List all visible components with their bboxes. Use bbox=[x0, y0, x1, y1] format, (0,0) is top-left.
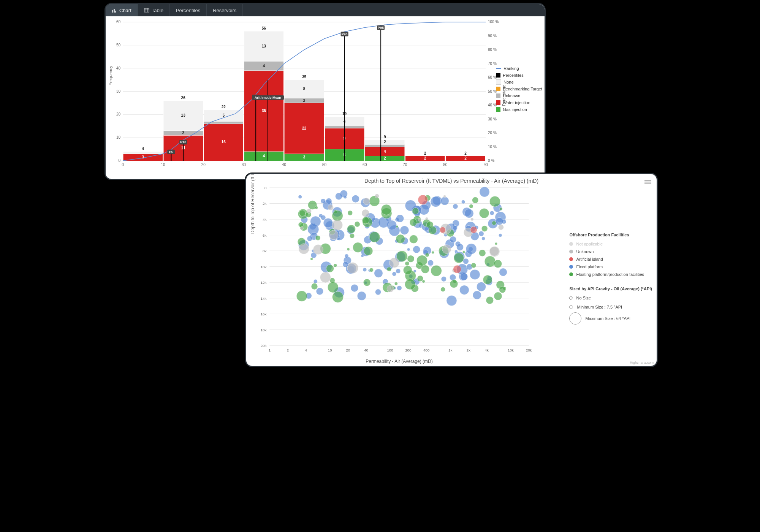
legend-gas[interactable]: Gas injection bbox=[496, 106, 542, 113]
svg-text:4k: 4k bbox=[485, 348, 489, 352]
svg-point-386 bbox=[363, 198, 370, 205]
tab-chart[interactable]: Chart bbox=[106, 4, 138, 16]
svg-text:10 %: 10 % bbox=[488, 145, 497, 149]
legend2-unknown[interactable]: Unknown bbox=[569, 248, 652, 255]
scatter-chart: Depth to Top of Reservoir (ft TVDML) Per… bbox=[267, 188, 531, 355]
svg-rect-89 bbox=[365, 144, 405, 147]
svg-point-371 bbox=[334, 264, 337, 267]
svg-text:14k: 14k bbox=[261, 296, 267, 301]
svg-text:20k: 20k bbox=[261, 344, 267, 348]
svg-text:2k: 2k bbox=[263, 201, 266, 206]
legend2-na[interactable]: Not applicable bbox=[569, 240, 652, 248]
legend-unknown[interactable]: Unknown bbox=[496, 92, 542, 99]
svg-point-362 bbox=[347, 248, 350, 250]
svg-point-264 bbox=[473, 291, 481, 299]
svg-point-389 bbox=[307, 209, 311, 213]
svg-point-355 bbox=[484, 256, 496, 267]
legend2-artificial[interactable]: Artificial island bbox=[569, 255, 652, 263]
svg-text:6k: 6k bbox=[263, 233, 266, 238]
svg-point-286 bbox=[466, 244, 477, 254]
tab-reservoirs[interactable]: Reservoirs bbox=[207, 4, 243, 16]
svg-text:35: 35 bbox=[302, 75, 307, 79]
svg-point-223 bbox=[460, 273, 468, 280]
svg-text:2: 2 bbox=[464, 156, 467, 160]
svg-point-410 bbox=[418, 195, 428, 204]
svg-point-225 bbox=[335, 193, 342, 200]
svg-point-219 bbox=[396, 269, 400, 273]
svg-point-210 bbox=[460, 285, 469, 295]
svg-text:10: 10 bbox=[328, 348, 332, 352]
chart-menu-icon[interactable] bbox=[644, 179, 651, 184]
svg-text:90 %: 90 % bbox=[488, 34, 497, 38]
svg-point-306 bbox=[353, 242, 363, 252]
svg-text:50 %: 50 % bbox=[488, 89, 497, 93]
svg-point-258 bbox=[345, 254, 348, 258]
svg-text:60: 60 bbox=[363, 163, 367, 167]
svg-text:4: 4 bbox=[384, 149, 386, 154]
svg-point-256 bbox=[344, 196, 347, 199]
svg-text:56: 56 bbox=[262, 26, 266, 30]
svg-point-402 bbox=[490, 247, 499, 256]
svg-text:P10: P10 bbox=[180, 140, 186, 144]
legend2-floating[interactable]: Floating platform/production facilities bbox=[569, 271, 652, 278]
svg-point-323 bbox=[363, 279, 370, 286]
bar-chart-icon bbox=[112, 8, 117, 13]
svg-rect-44 bbox=[123, 152, 163, 154]
svg-point-369 bbox=[462, 251, 465, 253]
svg-text:18k: 18k bbox=[261, 328, 267, 332]
svg-point-378 bbox=[350, 233, 355, 238]
legend-bench[interactable]: Benchmarking Target bbox=[496, 86, 542, 92]
svg-point-270 bbox=[461, 200, 465, 204]
legend-ranking[interactable]: Ranking bbox=[496, 65, 542, 72]
legend-water[interactable]: Water injection bbox=[496, 99, 542, 106]
svg-point-315 bbox=[311, 283, 318, 290]
svg-point-155 bbox=[441, 276, 446, 282]
svg-text:2: 2 bbox=[424, 156, 426, 160]
tab-percentiles[interactable]: Percentiles bbox=[170, 4, 207, 16]
svg-point-202 bbox=[375, 289, 381, 295]
svg-text:4: 4 bbox=[305, 348, 307, 352]
svg-point-348 bbox=[410, 219, 417, 226]
tab-reservoirs-label: Reservoirs bbox=[213, 8, 236, 13]
svg-text:8: 8 bbox=[303, 87, 306, 91]
svg-text:8k: 8k bbox=[263, 249, 266, 253]
svg-point-191 bbox=[321, 215, 326, 220]
svg-point-311 bbox=[405, 261, 409, 266]
svg-point-411 bbox=[470, 226, 477, 233]
svg-point-185 bbox=[428, 260, 434, 266]
legend2-title: Offshore Production Facilities bbox=[569, 231, 652, 239]
svg-text:200: 200 bbox=[405, 348, 412, 352]
svg-point-156 bbox=[446, 295, 457, 306]
svg-text:16: 16 bbox=[222, 140, 226, 144]
svg-point-381 bbox=[431, 265, 442, 276]
svg-text:50: 50 bbox=[322, 163, 327, 167]
svg-text:Arithmetic Mean: Arithmetic Mean bbox=[255, 96, 281, 100]
svg-point-230 bbox=[316, 288, 323, 295]
svg-point-166 bbox=[396, 215, 404, 222]
svg-point-347 bbox=[396, 234, 405, 243]
svg-text:40: 40 bbox=[282, 163, 287, 167]
svg-text:30 %: 30 % bbox=[488, 117, 497, 121]
svg-point-316 bbox=[315, 206, 318, 209]
tab-table[interactable]: Table bbox=[138, 4, 170, 16]
svg-point-291 bbox=[482, 237, 485, 240]
svg-point-341 bbox=[381, 204, 392, 215]
svg-text:4: 4 bbox=[263, 64, 265, 68]
svg-point-406 bbox=[347, 263, 358, 274]
svg-rect-0 bbox=[112, 10, 113, 13]
svg-point-195 bbox=[351, 284, 358, 292]
svg-point-317 bbox=[409, 235, 418, 244]
svg-text:2: 2 bbox=[384, 156, 386, 160]
svg-text:70 %: 70 % bbox=[488, 62, 497, 66]
svg-point-346 bbox=[425, 253, 429, 257]
legend-percentiles[interactable]: Percentiles bbox=[496, 72, 542, 79]
svg-point-284 bbox=[307, 236, 312, 241]
svg-point-360 bbox=[299, 210, 305, 216]
svg-text:2k: 2k bbox=[467, 348, 470, 352]
svg-text:100 %: 100 % bbox=[488, 20, 499, 24]
legend-none[interactable]: None bbox=[496, 79, 542, 86]
legend2-fixed[interactable]: Fixed platform bbox=[569, 263, 652, 271]
scatter-title: Depth to Top of Reservoir (ft TVDML) vs … bbox=[246, 178, 657, 184]
svg-point-234 bbox=[499, 234, 502, 237]
svg-point-340 bbox=[296, 291, 307, 301]
